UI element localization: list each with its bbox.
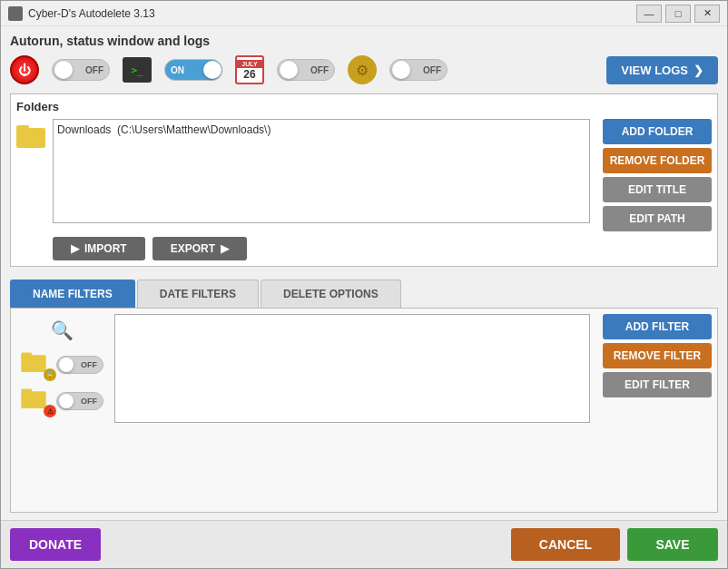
folder-icon-area: [16, 123, 45, 231]
toggle-knob-2: [203, 61, 221, 79]
export-button[interactable]: EXPORT ▶: [152, 237, 247, 260]
folders-header: Folders: [16, 100, 712, 113]
app-icon: [8, 6, 23, 21]
import-export-row: ▶ IMPORT EXPORT ▶: [53, 237, 712, 260]
save-button[interactable]: SAVE: [627, 528, 718, 561]
tab-name-filters[interactable]: NAME FILTERS: [10, 280, 135, 308]
filter-toggle-knob-1: [59, 358, 74, 372]
folders-body: Downloads (C:\Users\Matthew\Downloads\) …: [16, 119, 712, 231]
toggle-label-3: OFF: [310, 65, 329, 75]
remove-folder-button[interactable]: REMOVE FOLDER: [603, 148, 712, 173]
section-title: Autorun, status window and logs: [10, 34, 718, 48]
arrow-export-icon: ▶: [221, 242, 229, 255]
add-folder-button[interactable]: ADD FOLDER: [603, 119, 712, 144]
toggle-calendar[interactable]: OFF: [277, 59, 335, 81]
warning-badge: ⚠: [44, 405, 56, 417]
filter-icon-row-1: 🔒 OFF: [20, 350, 103, 379]
filter-list-textarea[interactable]: [114, 314, 590, 423]
import-button[interactable]: ▶ IMPORT: [53, 237, 145, 260]
folders-section: Folders Downloads (C:\Users\Matthew\Down…: [10, 93, 718, 267]
donate-button[interactable]: DONATE: [10, 528, 101, 561]
close-button[interactable]: ✕: [694, 5, 720, 23]
toggle-label-4: OFF: [423, 65, 441, 75]
svg-rect-5: [21, 389, 32, 395]
calendar-icon[interactable]: JULY 26: [235, 55, 264, 84]
gear-icon[interactable]: ⚙: [348, 55, 377, 84]
svg-rect-1: [16, 125, 29, 132]
filter-icon-row-2: ⚠ OFF: [20, 387, 103, 416]
remove-filter-button[interactable]: REMOVE FILTER: [603, 343, 712, 368]
filters-section: 🔍 🔒 OFF: [10, 308, 718, 513]
folder-list-textarea[interactable]: Downloads (C:\Users\Matthew\Downloads\): [53, 119, 590, 223]
arrow-right-icon: ❯: [694, 64, 703, 77]
window-controls: — □ ✕: [636, 5, 720, 23]
titlebar: Cyber-D's Autodelete 3.13 — □ ✕: [1, 1, 727, 26]
window-title: Cyber-D's Autodelete 3.13: [28, 7, 636, 20]
view-logs-button[interactable]: VIEW LOGS ❯: [606, 56, 718, 84]
tab-date-filters[interactable]: DATE FILTERS: [137, 280, 259, 308]
toggle-knob-4: [392, 61, 410, 79]
minimize-button[interactable]: —: [636, 5, 662, 23]
search-icon: 🔍: [49, 318, 74, 343]
tabs-row: NAME FILTERS DATE FILTERS DELETE OPTIONS: [10, 280, 718, 308]
maximize-button[interactable]: □: [665, 5, 691, 23]
svg-rect-3: [21, 353, 32, 358]
toggle-knob-3: [280, 61, 298, 79]
folder-buttons: ADD FOLDER REMOVE FOLDER EDIT TITLE EDIT…: [603, 119, 712, 231]
cancel-button[interactable]: CANCEL: [511, 528, 620, 561]
tab-delete-options[interactable]: DELETE OPTIONS: [261, 280, 401, 308]
toggle-knob-1: [54, 61, 73, 79]
edit-filter-button[interactable]: EDIT FILTER: [603, 372, 712, 397]
toggle-status[interactable]: ON: [164, 59, 222, 81]
filter-folder-lock: 🔒: [20, 350, 53, 379]
filter-folder-icon-1: [20, 350, 47, 372]
toggle-autorun[interactable]: OFF: [52, 59, 110, 81]
power-button[interactable]: ⏻: [10, 55, 39, 84]
lock-badge: 🔒: [44, 368, 56, 381]
toggle-label-2: ON: [171, 65, 184, 75]
filter-folder-icon-2: [20, 387, 47, 408]
main-window: Cyber-D's Autodelete 3.13 — □ ✕ Autorun,…: [0, 0, 728, 569]
filter-toggle-2[interactable]: OFF: [56, 392, 103, 410]
filter-list-area: [114, 314, 590, 506]
folder-list-area: Downloads (C:\Users\Matthew\Downloads\): [53, 119, 590, 231]
add-filter-button[interactable]: ADD FILTER: [603, 314, 712, 339]
main-content: Autorun, status window and logs ⏻ OFF >_…: [1, 26, 727, 520]
arrow-import-icon: ▶: [71, 242, 79, 255]
filter-toggle-1[interactable]: OFF: [56, 356, 103, 374]
folder-icon: [16, 123, 45, 148]
edit-path-button[interactable]: EDIT PATH: [603, 206, 712, 231]
filter-buttons: ADD FILTER REMOVE FILTER EDIT FILTER: [603, 314, 712, 506]
bottom-bar: DONATE CANCEL SAVE: [1, 520, 727, 568]
filters-body: 🔍 🔒 OFF: [16, 314, 712, 506]
filter-icons-col: 🔍 🔒 OFF: [16, 314, 107, 506]
cmd-icon: >_: [123, 57, 152, 83]
toggle-settings[interactable]: OFF: [389, 59, 448, 81]
toolbar-row: ⏻ OFF >_ ON JULY 26 OF: [10, 55, 718, 84]
filter-toggle-knob-2: [59, 394, 74, 408]
filter-folder-warning: ⚠: [20, 387, 53, 416]
filter-toggle-label-1: OFF: [81, 360, 97, 369]
edit-title-button[interactable]: EDIT TITLE: [603, 177, 712, 202]
toggle-label-1: OFF: [85, 65, 103, 75]
filter-toggle-label-2: OFF: [81, 397, 97, 406]
